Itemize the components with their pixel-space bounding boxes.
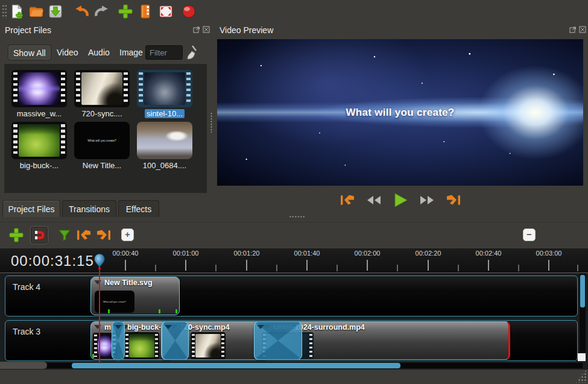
- transition-1[interactable]: [112, 321, 125, 360]
- redo-icon: [93, 4, 109, 19]
- title-thumbnail: What will you create?: [74, 122, 130, 159]
- float-pane-icon[interactable]: [569, 26, 577, 33]
- next-marker-button[interactable]: [95, 226, 113, 244]
- track-name: Track 4: [13, 282, 40, 292]
- close-pane-icon[interactable]: [579, 26, 586, 33]
- timeline-ruler[interactable]: 00:00:31:15 00:00:40 00:01:00 00:01:20 0…: [0, 248, 588, 273]
- undo-button[interactable]: [73, 2, 91, 20]
- ruler-major-tick: [246, 260, 247, 271]
- tab-project-files[interactable]: Project Files: [2, 200, 60, 217]
- export-video-button[interactable]: [180, 2, 198, 20]
- new-project-icon: [9, 4, 25, 19]
- jump-to-start-icon: [339, 194, 356, 207]
- openshot-window: Project Files Video Preview Show All Vid…: [0, 0, 588, 384]
- transition-collapse-icon[interactable]: [115, 325, 122, 329]
- save-project-button[interactable]: [46, 2, 65, 20]
- redo-button[interactable]: [92, 2, 110, 20]
- filter-image-button[interactable]: Image: [115, 45, 148, 60]
- jump-to-end-icon: [445, 194, 462, 207]
- ruler-major-tick: [125, 260, 126, 271]
- image-thumbnail: [137, 122, 192, 159]
- ruler-tick-label: 00:03:00: [528, 250, 570, 257]
- tab-effects[interactable]: Effects: [118, 200, 159, 217]
- file-item-sintel-selected[interactable]: sintel-10...: [133, 70, 196, 118]
- undo-icon: [74, 4, 90, 19]
- clip-thumbnail: What will you create?: [95, 291, 134, 313]
- zoom-in-button[interactable]: +: [121, 228, 134, 241]
- open-project-button[interactable]: [27, 2, 45, 20]
- file-item-new-title[interactable]: What will you create? New Title...: [71, 122, 133, 170]
- fullscreen-button[interactable]: [157, 2, 175, 20]
- file-item-massive[interactable]: massive_w...: [8, 70, 71, 118]
- file-item-100-0684[interactable]: 100_0684....: [133, 122, 196, 170]
- horizontal-splitter-handle[interactable]: [289, 215, 305, 218]
- filter-audio-button[interactable]: Audio: [83, 45, 115, 60]
- transition-collapse-icon[interactable]: [165, 325, 172, 329]
- add-track-button[interactable]: [7, 226, 25, 244]
- video-thumbnail: [11, 122, 67, 159]
- file-item-bigbuck[interactable]: big-buck-...: [8, 122, 71, 170]
- new-project-button[interactable]: [8, 2, 26, 20]
- broom-icon: [184, 45, 197, 60]
- transition-3[interactable]: [254, 321, 302, 360]
- clip-title: New Title.svg: [104, 279, 153, 287]
- filter-input[interactable]: [145, 45, 183, 60]
- toolbar-drag-handle[interactable]: [2, 4, 7, 19]
- next-marker-icon: [95, 228, 112, 242]
- tab-transitions[interactable]: Transitions: [62, 200, 116, 217]
- video-preview-canvas[interactable]: What will you create?: [217, 39, 583, 186]
- preview-overlay-text: What will you create?: [217, 107, 583, 119]
- clip-collapse-icon[interactable]: [94, 325, 101, 329]
- jump-to-start-button[interactable]: [338, 192, 357, 209]
- ruler-major-tick: [548, 260, 549, 271]
- file-label: 100_0684....: [133, 161, 196, 170]
- file-item-720sync[interactable]: 720-sync....: [71, 70, 133, 118]
- panel-splitter-handle[interactable]: [210, 112, 213, 133]
- transition-collapse-icon[interactable]: [257, 325, 264, 329]
- rewind-button[interactable]: [364, 192, 384, 209]
- fast-forward-button[interactable]: [417, 192, 437, 209]
- export-video-icon: [180, 3, 197, 20]
- rewind-icon: [365, 195, 382, 206]
- track-row-3[interactable]: Track 3 m big-buck- 720-sync.mp4: [5, 320, 578, 361]
- clear-filter-button[interactable]: [184, 45, 197, 63]
- import-files-button[interactable]: [116, 2, 134, 20]
- choose-profile-icon: [138, 4, 153, 19]
- tracks-area: Track 4 New Title.svg What will you crea…: [0, 273, 588, 370]
- add-marker-button[interactable]: [55, 226, 74, 244]
- float-pane-icon[interactable]: [193, 26, 200, 33]
- transition-2[interactable]: [162, 321, 189, 360]
- project-files-list: massive_w... 720-sync.... sintel-10... b…: [4, 64, 207, 193]
- previous-marker-button[interactable]: [75, 226, 93, 244]
- video-preview-pane-title: Video Preview: [220, 25, 273, 35]
- track-row-4[interactable]: Track 4 New Title.svg What will you crea…: [5, 275, 578, 316]
- horizontal-scrollbar-thumb[interactable]: [72, 363, 400, 368]
- fast-forward-icon: [419, 195, 435, 206]
- keyframe-mark: [92, 354, 94, 358]
- ruler-minor-tick: [577, 265, 578, 271]
- video-thumbnail: [11, 70, 67, 107]
- project-files-pane-title: Project Files: [5, 25, 51, 35]
- filter-video-button[interactable]: Video: [52, 45, 83, 60]
- ruler-tick-label: 00:02:20: [407, 250, 449, 257]
- close-pane-icon[interactable]: [203, 26, 210, 33]
- ruler-major-tick: [185, 260, 186, 271]
- clip-collapse-icon[interactable]: [94, 280, 101, 285]
- ruler-minor-tick: [215, 265, 217, 271]
- zoom-out-button[interactable]: −: [523, 228, 536, 241]
- ruler-major-tick: [306, 260, 308, 271]
- clip-new-title[interactable]: New Title.svg What will you create?: [90, 277, 180, 315]
- ruler-tick-label: 00:01:40: [286, 250, 328, 257]
- keyframe-mark: [175, 309, 177, 313]
- filter-show-all-button[interactable]: Show All: [8, 45, 51, 60]
- playhead-marker[interactable]: [93, 253, 106, 272]
- jump-to-end-button[interactable]: [444, 192, 463, 209]
- snapping-toggle-button[interactable]: [30, 226, 48, 244]
- ruler-minor-tick: [276, 265, 277, 271]
- current-time-display: 00:00:31:15: [11, 253, 94, 269]
- ruler-major-tick: [367, 260, 368, 271]
- choose-profile-button[interactable]: [136, 2, 154, 20]
- window-resize-grip[interactable]: [575, 370, 587, 383]
- vertical-scrollbar-thumb[interactable]: [580, 275, 585, 307]
- play-button[interactable]: [391, 192, 410, 209]
